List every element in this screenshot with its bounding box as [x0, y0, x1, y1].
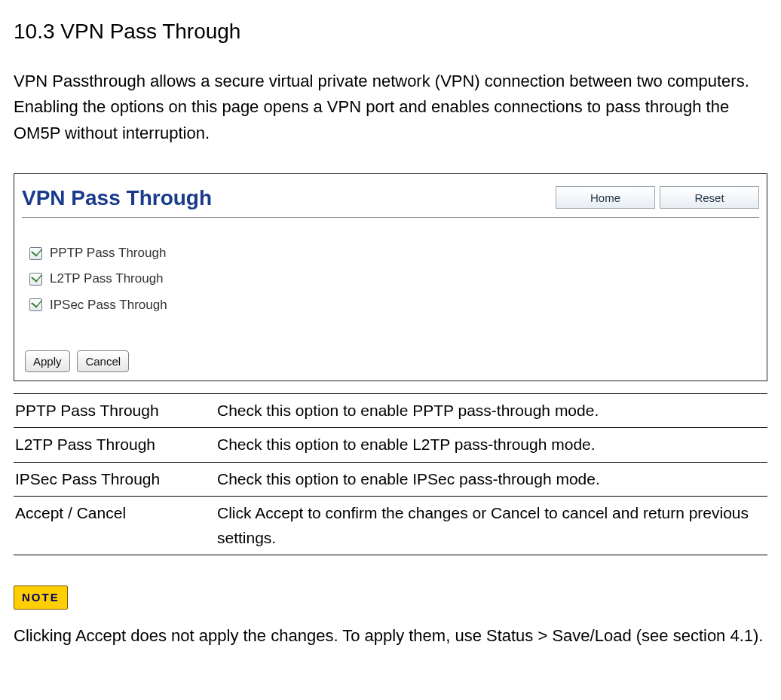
cancel-button[interactable]: Cancel — [77, 350, 129, 372]
option-label: L2TP Pass Through — [50, 269, 164, 289]
def-desc: Click Accept to confirm the changes or C… — [216, 497, 767, 555]
checkbox-pptp[interactable] — [29, 247, 42, 260]
checkbox-l2tp[interactable] — [29, 273, 42, 286]
table-row: IPSec Pass Through Check this option to … — [14, 462, 767, 497]
note-text: Clicking Accept does not apply the chang… — [14, 623, 767, 649]
apply-button[interactable]: Apply — [25, 350, 70, 372]
def-desc: Check this option to enable IPSec pass-t… — [216, 462, 767, 497]
def-name: PPTP Pass Through — [14, 393, 216, 428]
note-badge: NOTE — [14, 585, 68, 609]
definitions-table: PPTP Pass Through Check this option to e… — [14, 393, 767, 556]
def-name: IPSec Pass Through — [14, 462, 216, 497]
def-desc: Check this option to enable L2TP pass-th… — [216, 428, 767, 463]
option-label: PPTP Pass Through — [50, 243, 166, 263]
option-l2tp: L2TP Pass Through — [29, 269, 759, 289]
table-row: L2TP Pass Through Check this option to e… — [14, 428, 767, 463]
checkbox-ipsec[interactable] — [29, 298, 42, 311]
option-label: IPSec Pass Through — [50, 295, 167, 315]
home-button[interactable]: Home — [556, 186, 655, 209]
def-name: L2TP Pass Through — [14, 428, 216, 463]
option-ipsec: IPSec Pass Through — [29, 295, 759, 315]
action-bar: Apply Cancel — [22, 348, 759, 373]
table-row: PPTP Pass Through Check this option to e… — [14, 393, 767, 428]
option-pptp: PPTP Pass Through — [29, 243, 759, 263]
config-panel: VPN Pass Through Home Reset PPTP Pass Th… — [14, 173, 767, 381]
panel-header: VPN Pass Through Home Reset — [22, 182, 759, 218]
reset-button[interactable]: Reset — [660, 186, 759, 209]
def-name: Accept / Cancel — [14, 497, 216, 555]
def-desc: Check this option to enable PPTP pass-th… — [216, 393, 767, 428]
panel-title: VPN Pass Through — [22, 182, 551, 214]
table-row: Accept / Cancel Click Accept to confirm … — [14, 497, 767, 555]
options-group: PPTP Pass Through L2TP Pass Through IPSe… — [22, 243, 759, 315]
section-intro: VPN Passthrough allows a secure virtual … — [14, 69, 767, 145]
section-title: 10.3 VPN Pass Through — [14, 15, 767, 47]
